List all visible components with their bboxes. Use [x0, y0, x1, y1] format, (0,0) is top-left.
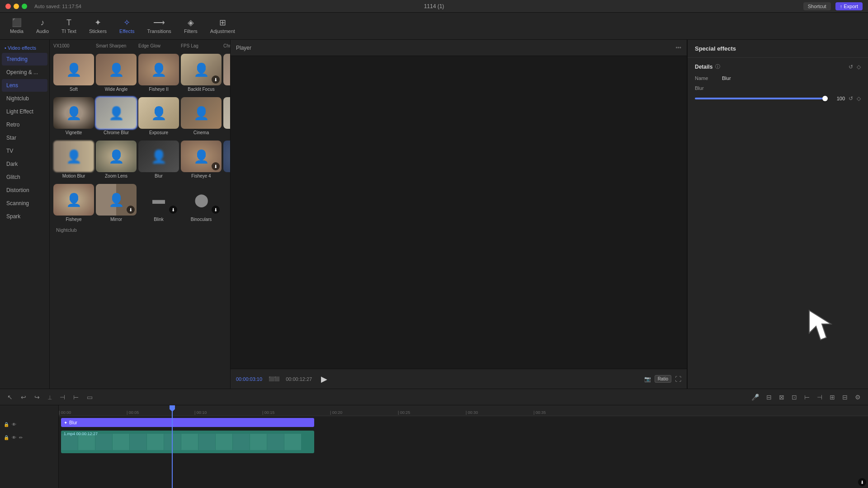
- video-track[interactable]: 1.mp4 00:00:12:27: [61, 431, 314, 453]
- toolbar-item-effects[interactable]: ✧ Effects: [113, 16, 141, 37]
- effect-fisheye-ii[interactable]: 👤 ⬇ Fisheye II: [138, 52, 179, 94]
- blur-slider[interactable]: [695, 98, 828, 99]
- effect-motion-blur[interactable]: 👤 Motion Blur: [53, 139, 94, 180]
- effect-vignette[interactable]: 👤 Vignette: [53, 95, 94, 137]
- toolbar-item-stickers[interactable]: ✦ Stickers: [83, 16, 113, 37]
- sidebar-item-dark[interactable]: Dark: [2, 158, 47, 170]
- align-btn[interactable]: ⊣: [58, 393, 67, 402]
- blur-value: 100: [831, 96, 845, 101]
- name-label: Name: [695, 75, 722, 81]
- sidebar-item-star[interactable]: Star: [2, 131, 47, 144]
- blur-keyframe-icon[interactable]: ◇: [857, 95, 861, 102]
- tool6-btn[interactable]: ⊞: [828, 393, 837, 402]
- effect-backlit-focus[interactable]: 👤 ⬇ Backlit Focus: [181, 52, 222, 94]
- effect-wide-angle[interactable]: 👤 Wide Angle: [96, 52, 137, 94]
- download-badge-7: ⬇: [169, 206, 177, 214]
- effect-fisheye-iii[interactable]: 👤 ⬇ Fisheye III: [223, 139, 230, 180]
- undo-btn[interactable]: ↩: [19, 393, 28, 402]
- effects-icon: ✧: [123, 19, 130, 27]
- settings-btn[interactable]: ⚙: [853, 393, 863, 402]
- toolbar-label-audio: Audio: [36, 28, 49, 34]
- align2-btn[interactable]: ⊢: [71, 393, 80, 402]
- text-icon: T: [66, 19, 71, 27]
- toolbar-label-filters: Filters: [184, 28, 198, 34]
- tool3-btn[interactable]: ⊡: [790, 393, 799, 402]
- fullscreen-icon[interactable]: ⛶: [675, 375, 681, 383]
- tool2-btn[interactable]: ⊠: [777, 393, 786, 402]
- sidebar-item-glitch[interactable]: Glitch: [2, 171, 47, 183]
- minimize-button[interactable]: [14, 4, 19, 9]
- blur-reset-icon[interactable]: ↺: [849, 95, 853, 102]
- effect-mini-zoom[interactable]: 👤 ⬇ Mini Zoom: [223, 52, 230, 94]
- mic-btn[interactable]: 🎤: [750, 393, 761, 402]
- timeline-tracks: ✦ Blur 1.mp4 00:00:12:27: [59, 416, 868, 488]
- effect-blur[interactable]: 👤 Blur: [138, 139, 179, 180]
- effect-name-exposure: Exposure: [149, 130, 168, 135]
- ruler-mark-0: | 00:00: [59, 410, 71, 415]
- toolbar-item-filters[interactable]: ◈ Filters: [178, 16, 204, 37]
- cursor-tool[interactable]: ↖: [5, 393, 14, 402]
- sidebar-item-nightclub[interactable]: Nightclub: [2, 92, 47, 105]
- effect-soft[interactable]: 👤 Soft: [53, 52, 94, 94]
- timeline-main: | 00:00 | 00:05 | 00:10 | 00:15 | 00:20 …: [59, 405, 868, 488]
- split-btn[interactable]: ⟂: [46, 393, 53, 402]
- blur-slider-row: 100 ↺ ◇: [695, 95, 861, 102]
- effect-blink[interactable]: ▬ ⬇ Blink: [138, 182, 179, 224]
- timeline-content: 🔒 👁 🔒 👁 ✏ | 00:00 | 00:05 | 00:10 | 00:1…: [0, 405, 868, 488]
- sidebar-item-spark[interactable]: Spark: [2, 210, 47, 223]
- sidebar-item-tv[interactable]: TV: [2, 145, 47, 157]
- col-label-smart: Smart Sharpen: [96, 43, 137, 48]
- effect-track-blur[interactable]: ✦ Blur: [61, 418, 314, 427]
- sidebar-item-retro[interactable]: Retro: [2, 118, 47, 131]
- left-panel: • Video effects Trending Opening & ... L…: [0, 40, 231, 389]
- undo2-btn[interactable]: ↪: [33, 393, 42, 402]
- details-header: Details ⓘ ↺ ◇: [695, 63, 861, 70]
- player-options-button[interactable]: •••: [675, 45, 681, 51]
- effect-cinema[interactable]: 👤 Cinema: [181, 95, 222, 137]
- tool4-btn[interactable]: ⊢: [802, 393, 811, 402]
- sidebar-item-lens[interactable]: Lens: [2, 79, 47, 92]
- sidebar-item-distortion[interactable]: Distortion: [2, 184, 47, 197]
- tool1-btn[interactable]: ⊟: [764, 393, 774, 402]
- delete-btn[interactable]: ▭: [85, 393, 94, 402]
- track-eye-icon[interactable]: 👁: [12, 435, 16, 440]
- toolbar-item-adjustment[interactable]: ⊞ Adjustment: [204, 16, 241, 37]
- sidebar-item-trending[interactable]: Trending: [2, 53, 47, 66]
- toolbar-item-audio[interactable]: ♪ Audio: [30, 16, 55, 37]
- shortcut-button[interactable]: Shortcut: [803, 2, 831, 10]
- effect-zoom-lens[interactable]: 👤 Zoom Lens: [96, 139, 137, 180]
- details-title: Details: [695, 64, 712, 70]
- undo-icon[interactable]: ↺: [849, 64, 853, 70]
- player-title: Player: [236, 45, 251, 51]
- effect-fisheye[interactable]: 👤 Fisheye: [53, 182, 94, 224]
- tool7-btn[interactable]: ⊟: [840, 393, 849, 402]
- effect-fisheye-4[interactable]: 👤 ⬇ Fisheye 4: [181, 139, 222, 180]
- play-button[interactable]: ▶: [321, 374, 327, 384]
- toolbar-item-transitions[interactable]: ⟶ Transitions: [141, 16, 177, 37]
- edit-icon[interactable]: ✏: [19, 435, 23, 440]
- sidebar-item-scanning[interactable]: Scanning: [2, 197, 47, 210]
- maximize-button[interactable]: [22, 4, 27, 9]
- effect-mirror[interactable]: 👤 ⬇ Mirror: [96, 182, 137, 224]
- effect-chrome-blur[interactable]: 👤 Chrome Blur: [96, 95, 137, 137]
- main-toolbar: ⬛ Media ♪ Audio T TI Text ✦ Stickers ✧ E…: [0, 13, 868, 40]
- toolbar-label-stickers: Stickers: [89, 28, 107, 34]
- eye-icon[interactable]: 👁: [12, 422, 16, 427]
- camera-icon[interactable]: 📷: [644, 376, 651, 382]
- toolbar-item-text[interactable]: T TI Text: [55, 16, 83, 37]
- reset-icon[interactable]: ◇: [857, 64, 861, 70]
- effect-binoculars[interactable]: ⬤ ⬇ Binoculars: [181, 182, 222, 224]
- toolbar-item-media[interactable]: ⬛ Media: [4, 16, 30, 37]
- sidebar-item-light-effect[interactable]: Light Effect: [2, 105, 47, 118]
- sidebar-item-opening[interactable]: Opening & ...: [2, 66, 47, 79]
- effect-hazy[interactable]: 👤 Hazy: [223, 95, 230, 137]
- close-button[interactable]: [5, 4, 11, 9]
- tool5-btn[interactable]: ⊣: [815, 393, 824, 402]
- tl-thumb: [113, 434, 130, 450]
- export-button[interactable]: ↑ Export: [835, 2, 863, 10]
- time-separator: ⬛⬛: [269, 376, 279, 381]
- playhead[interactable]: [172, 405, 173, 488]
- ratio-button[interactable]: Ratio: [655, 375, 671, 383]
- effect-exposure[interactable]: 👤 Exposure: [138, 95, 179, 137]
- player-header: Player •••: [231, 40, 687, 56]
